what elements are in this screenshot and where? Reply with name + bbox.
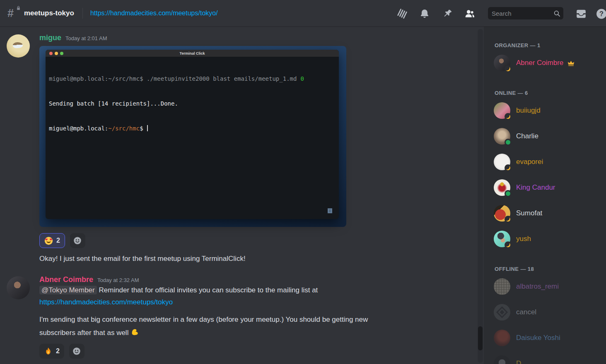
avatar	[494, 128, 510, 145]
timestamp: Today at 2:01 AM	[65, 35, 107, 41]
inbox-icon[interactable]	[576, 8, 587, 19]
heart-eyes-emoji-icon	[44, 236, 53, 245]
status-online-icon	[505, 190, 512, 197]
add-reaction-smiley-icon	[73, 236, 82, 245]
terminal-window: Terminal Click miguel@mpb.local:~/src/hm…	[46, 50, 339, 219]
member-row[interactable]: buiiugjd	[490, 98, 603, 123]
member-row[interactable]: cancel	[490, 299, 603, 325]
section-header: ONLINE — 6	[495, 90, 603, 96]
member-row[interactable]: King Candur	[490, 175, 603, 200]
member-name: King Candur	[516, 183, 555, 192]
threads-icon[interactable]	[397, 8, 408, 19]
member-name: cancel	[516, 308, 536, 316]
avatar[interactable]	[7, 34, 30, 58]
mention-pill[interactable]: @Tokyo Member	[39, 286, 97, 294]
terminal-scroll-badge: i	[328, 208, 332, 213]
member-row[interactable]: Daisuke Yoshi	[490, 325, 603, 351]
message: Abner Coimbre Today at 2:32 AM @Tokyo Me…	[0, 275, 476, 359]
muscle-emoji-icon	[130, 327, 140, 337]
status-idle-icon	[505, 113, 512, 120]
member-name: Daisuke Yoshi	[516, 334, 560, 342]
status-idle-icon	[505, 216, 512, 223]
member-row[interactable]: Sumofat	[490, 200, 603, 226]
avatar	[494, 179, 510, 196]
member-list-sidebar: ORGANIZER — 1 Abner Coimbre ONLINE — 6 b…	[484, 27, 606, 364]
channel-header: # meetups-tokyo https://handmadecities.c…	[0, 0, 606, 27]
terminal-line: Sending batch [14 recipients]...Done.	[49, 99, 336, 108]
reaction-count: 2	[56, 347, 60, 355]
chat-scrollbar-thumb[interactable]	[478, 326, 483, 350]
message-text: @Tokyo Member Reminder that for official…	[39, 284, 476, 296]
section-header: OFFLINE — 18	[495, 266, 603, 272]
member-name: yush	[516, 235, 531, 243]
fire-emoji-icon	[44, 347, 53, 356]
traffic-lights-icon	[49, 52, 63, 55]
member-name: Sumofat	[516, 209, 542, 217]
member-name: evaporei	[516, 158, 543, 166]
attachment-image[interactable]: Terminal Click miguel@mpb.local:~/src/hm…	[39, 46, 346, 227]
reaction-pill[interactable]: 2	[39, 344, 64, 359]
member-name: Abner Coimbre	[516, 59, 563, 67]
reaction-pill[interactable]: 2	[39, 233, 65, 248]
avatar	[494, 355, 510, 364]
message-text: Okay! I just sent the email for the firs…	[39, 255, 476, 263]
avatar	[494, 304, 510, 321]
terminal-line: miguel@mpb.local:~/src/hmc$	[49, 124, 336, 133]
member-row[interactable]: Charlie	[490, 123, 603, 149]
status-idle-icon	[505, 241, 512, 248]
member-name: buiiugjd	[516, 106, 541, 115]
terminal-titlebar: Terminal Click	[46, 50, 339, 57]
channel-topic-link[interactable]: https://handmadecities.com/meetups/tokyo…	[90, 10, 218, 17]
terminal-title: Terminal Click	[180, 51, 205, 55]
add-reaction-button[interactable]	[69, 344, 85, 359]
member-row[interactable]: D	[490, 351, 603, 364]
message: migue Today at 2:01 AM Terminal Click mi…	[0, 34, 476, 263]
help-icon[interactable]: ?	[596, 8, 606, 19]
channel-hash-lock-icon: #	[7, 7, 20, 20]
svg-text:?: ?	[599, 10, 604, 17]
reaction-count: 2	[56, 237, 60, 244]
message-link[interactable]: https://handmadecities.com/meetups/tokyo	[39, 298, 173, 306]
add-reaction-button[interactable]	[70, 233, 85, 248]
message-text: subscribers after that as well	[39, 325, 476, 339]
avatar[interactable]	[7, 276, 30, 299]
avatar	[494, 55, 510, 71]
pinned-messages-icon[interactable]	[442, 8, 453, 19]
avatar	[494, 102, 510, 119]
message-list: migue Today at 2:01 AM Terminal Click mi…	[0, 27, 476, 364]
terminal-cursor	[147, 125, 148, 131]
status-idle-icon	[505, 65, 512, 72]
member-row[interactable]: evaporei	[490, 149, 603, 175]
avatar	[494, 205, 510, 222]
message-text: I'm sending that big conference newslett…	[39, 313, 476, 325]
chat-scrollbar-track[interactable]	[478, 29, 483, 363]
add-reaction-smiley-icon	[72, 347, 81, 356]
search-input[interactable]: Search	[488, 7, 563, 19]
member-row[interactable]: yush	[490, 226, 603, 252]
terminal-line: miguel@mpb.local:~/src/hmc$ ./meetupinvi…	[49, 75, 336, 83]
zoom-icon	[60, 52, 63, 55]
search-icon	[553, 10, 561, 17]
member-row[interactable]: Abner Coimbre	[490, 50, 603, 76]
avatar	[494, 330, 510, 346]
section-header: ORGANIZER — 1	[495, 42, 603, 48]
member-name: D	[516, 359, 521, 364]
notifications-icon[interactable]	[419, 8, 430, 19]
owner-crown-icon	[567, 59, 575, 67]
avatar	[494, 154, 510, 170]
member-name: Charlie	[516, 132, 538, 140]
member-name: albatros_remi	[516, 282, 559, 291]
search-placeholder: Search	[492, 10, 512, 17]
author-name[interactable]: Abner Coimbre	[39, 275, 93, 284]
terminal-output: miguel@mpb.local:~/src/hmc$ ./meetupinvi…	[46, 57, 339, 150]
avatar	[494, 278, 510, 295]
author-name[interactable]: migue	[39, 34, 61, 42]
header-divider	[82, 8, 83, 19]
member-list-icon[interactable]	[464, 8, 475, 19]
status-online-icon	[505, 139, 512, 146]
close-icon	[49, 52, 53, 55]
status-idle-icon	[505, 164, 512, 171]
channel-name: meetups-tokyo	[24, 9, 74, 17]
member-row[interactable]: albatros_remi	[490, 274, 603, 299]
minimize-icon	[55, 52, 58, 55]
